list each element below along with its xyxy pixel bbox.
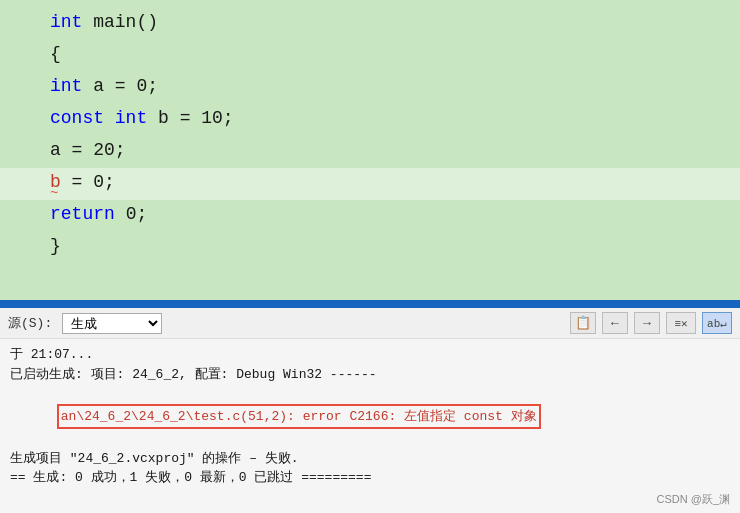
clear-btn[interactable]: ≡✕ (666, 312, 696, 334)
keyword-int-3: int (50, 76, 93, 96)
code-line-8: } (0, 232, 740, 264)
code-content-2: { (0, 40, 730, 69)
var-b-error-squiggle: b (50, 168, 61, 197)
code-content-4: const int b = 10; (0, 104, 730, 133)
code-line-7: return 0; (0, 200, 740, 232)
code-line-3: int a = 0; (0, 72, 740, 104)
brace-open: { (50, 44, 61, 64)
output-toolbar: 源(S): 生成 调试 输出 📋 ← → ≡✕ ab↵ (0, 308, 740, 339)
copy-btn[interactable]: 📋 (570, 312, 596, 334)
back-btn[interactable]: ← (602, 312, 628, 334)
code-content-3: int a = 0; (0, 72, 730, 101)
keyword-return: return (50, 204, 126, 224)
source-label: 源(S): (8, 314, 52, 332)
output-line-1: 于 21:07... (10, 345, 730, 365)
code-editor: int main() { int a = 0; const int b = 10… (0, 0, 740, 300)
output-text-area[interactable]: 于 21:07... 已启动生成: 项目: 24_6_2, 配置: Debug … (0, 339, 740, 513)
code-line-1: int main() (0, 8, 740, 40)
copy-icon: 📋 (575, 315, 591, 331)
divider-bar (0, 300, 740, 308)
source-select[interactable]: 生成 调试 输出 (62, 313, 162, 334)
code-content-6: b = 0; (0, 168, 730, 197)
func-main: main() (93, 12, 158, 32)
brace-close: } (50, 236, 61, 256)
output-panel: 源(S): 生成 调试 输出 📋 ← → ≡✕ ab↵ 于 21:07... 已… (0, 308, 740, 513)
code-line-2: { (0, 40, 740, 72)
code-content-5: a = 20; (0, 136, 730, 165)
output-line-4: 生成项目 "24_6_2.vcxproj" 的操作 – 失败. (10, 449, 730, 469)
assign-a: a = 20; (50, 140, 126, 160)
code-line-6: b = 0; (0, 168, 740, 200)
forward-icon: → (643, 316, 651, 331)
code-lines: int main() { int a = 0; const int b = 10… (0, 0, 740, 300)
wrap-icon: ab↵ (707, 317, 727, 330)
code-content-1: int main() (0, 8, 730, 37)
code-line-4: const int b = 10; (0, 104, 740, 136)
var-b-error-text: b (50, 172, 61, 192)
code-line-5: a = 20; (0, 136, 740, 168)
back-icon: ← (611, 316, 619, 331)
code-content-7: return 0; (0, 200, 730, 229)
keyword-int-4: int (115, 108, 158, 128)
return-val: 0; (126, 204, 148, 224)
output-line-5: == 生成: 0 成功，1 失败，0 最新，0 已跳过 ========= (10, 468, 730, 488)
keyword-int-1: int (50, 12, 93, 32)
error-message-box: an\24_6_2\24_6_2\test.c(51,2): error C21… (57, 404, 541, 430)
output-line-3-error: an\24_6_2\24_6_2\test.c(51,2): error C21… (10, 384, 730, 449)
keyword-const: const (50, 108, 115, 128)
code-content-8: } (0, 232, 730, 261)
wrap-btn[interactable]: ab↵ (702, 312, 732, 334)
var-b-decl: b = 10; (158, 108, 234, 128)
output-line-2: 已启动生成: 项目: 24_6_2, 配置: Debug Win32 -----… (10, 365, 730, 385)
forward-btn[interactable]: → (634, 312, 660, 334)
var-a-decl: a = 0; (93, 76, 158, 96)
clear-icon: ≡✕ (674, 317, 687, 330)
watermark: CSDN @跃_渊 (656, 492, 730, 507)
assign-b: = 0; (61, 172, 115, 192)
